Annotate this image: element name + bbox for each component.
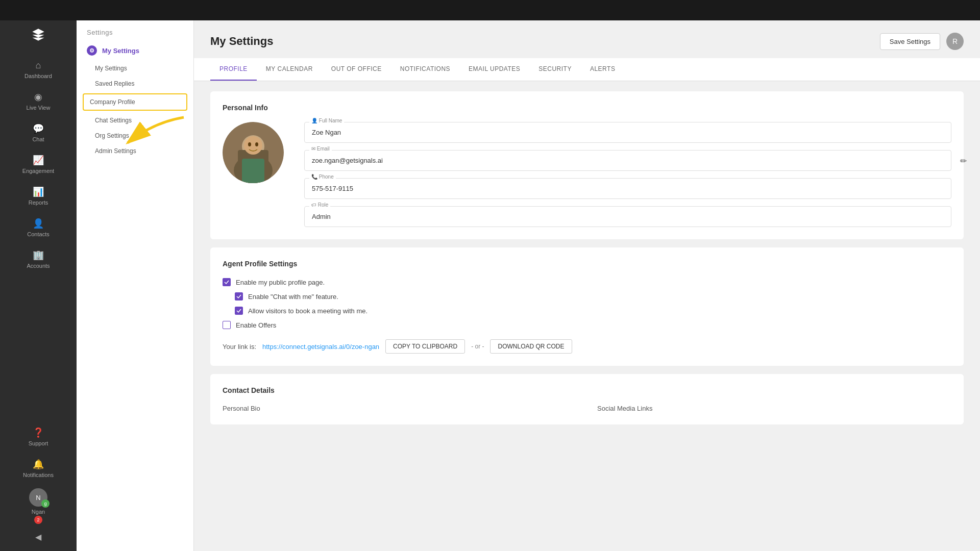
tab-my-calendar[interactable]: MY CALENDAR [257,58,322,81]
phone-label: 📞 Phone [309,174,336,180]
svg-rect-8 [242,159,264,183]
separator-text: - or - [471,343,484,350]
tab-security[interactable]: SECURITY [529,58,581,81]
checkbox-row-public-profile: Enable my public profile page. [223,278,951,286]
role-label: 🏷 Role [309,202,330,208]
full-name-input[interactable] [304,122,951,143]
contact-details-layout: Personal Bio Social Media Links [223,405,951,412]
sidebar-item-live-view[interactable]: ◉ Live View [0,85,77,117]
sidebar-item-engagement[interactable]: 📈 Engagement [0,148,77,180]
tabs-bar: PROFILE MY CALENDAR OUT OF OFFICE NOTIFI… [194,58,980,81]
settings-sub-chat-settings[interactable]: Chat Settings [77,113,193,128]
download-qr-code-button[interactable]: DOWNLOAD QR CODE [490,339,572,354]
phone-group: 📞 Phone [304,178,951,199]
user-avatar-area[interactable]: N g Ngan 2 [0,484,77,528]
personal-info-layout: 👤 Full Name ✉ Email ✏ 📞 [223,122,951,227]
contact-details-title: Contact Details [223,386,951,394]
sidebar-item-support[interactable]: ❓ Support [0,421,77,453]
personal-info-title: Personal Info [223,104,951,112]
checkbox-row-chat-with-me: Enable "Chat with me" feature. [235,292,951,300]
sidebar-item-reports[interactable]: 📊 Reports [0,180,77,212]
role-input[interactable] [304,206,951,227]
svg-point-5 [244,136,262,155]
main-content: My Settings Save Settings R PROFILE MY C… [194,20,980,551]
tab-alerts[interactable]: ALERTS [581,58,624,81]
link-row: Your link is: https://connect.getsignals… [223,339,951,354]
profile-link-url: https://connect.getsignals.ai/0/zoe-ngan [262,343,379,350]
sidebar-item-accounts[interactable]: 🏢 Accounts [0,243,77,275]
social-media-label: Social Media Links [597,405,951,412]
g-badge: g [41,499,50,508]
email-label: ✉ Email [309,146,332,152]
agent-profile-settings-title: Agent Profile Settings [223,260,951,268]
page-header: My Settings Save Settings R [210,33,964,50]
tab-notifications[interactable]: NOTIFICATIONS [391,58,459,81]
accounts-icon: 🏢 [33,249,44,261]
tab-out-of-office[interactable]: OUT OF OFFICE [322,58,391,81]
sidebar-item-notifications[interactable]: 🔔 Notifications [0,453,77,484]
tab-email-updates[interactable]: EMAIL UPDATES [459,58,529,81]
avatar-upload[interactable] [223,122,284,183]
company-profile-highlight-box: Company Profile [83,93,187,111]
bell-icon: 🔔 [33,459,44,470]
nav-bottom: ❓ Support 🔔 Notifications N g Ngan 2 ◀ [0,421,77,551]
form-fields: 👤 Full Name ✉ Email ✏ 📞 [304,122,951,227]
social-media-col: Social Media Links [597,405,951,412]
checkbox-row-book-meeting: Allow visitors to book a meeting with me… [235,307,951,315]
engagement-icon: 📈 [33,155,44,166]
save-settings-button[interactable]: Save Settings [880,33,940,50]
role-group: 🏷 Role [304,206,951,227]
sidebar-item-dashboard[interactable]: ⌂ Dashboard [0,54,77,85]
settings-sub-org-settings[interactable]: Org Settings [77,128,193,143]
top-bar [0,0,980,20]
settings-sub-admin-settings[interactable]: Admin Settings [77,143,193,159]
settings-sub-saved-replies[interactable]: Saved Replies [77,76,193,91]
collapse-nav-button[interactable]: ◀ [31,528,45,546]
role-icon: 🏷 [311,202,316,208]
email-icon: ✉ [311,146,315,152]
page-title: My Settings [210,35,273,48]
copy-to-clipboard-button[interactable]: COPY TO CLIPBOARD [385,339,465,354]
chat-icon: 💬 [33,123,44,134]
email-group: ✉ Email ✏ [304,150,951,171]
person-icon: 👤 [311,118,317,123]
support-icon: ❓ [33,427,44,438]
svg-point-6 [248,142,251,146]
personal-bio-label: Personal Bio [223,405,577,412]
checkbox-chat-with-me[interactable] [235,292,243,300]
checkbox-public-profile[interactable] [223,278,231,286]
contacts-icon: 👤 [33,218,44,229]
checkbox-enable-offers[interactable] [223,321,231,329]
personal-bio-col: Personal Bio [223,405,577,412]
reports-icon: 📊 [33,186,44,197]
contact-details-card: Contact Details Personal Bio Social Medi… [210,374,964,424]
svg-point-7 [255,142,258,146]
full-name-group: 👤 Full Name [304,122,951,143]
left-nav: ⌂ Dashboard ◉ Live View 💬 Chat 📈 Engagem… [0,0,77,551]
full-name-label: 👤 Full Name [309,118,344,123]
edit-email-button[interactable]: ✏ [960,156,967,165]
tab-profile[interactable]: PROFILE [210,58,257,81]
checkbox-row-enable-offers: Enable Offers [223,321,951,329]
settings-sidebar-title: Settings [77,20,193,40]
settings-sub-my-settings[interactable]: My Settings [77,61,193,76]
sidebar-item-chat[interactable]: 💬 Chat [0,117,77,148]
checkbox-book-meeting[interactable] [235,307,243,315]
avatar: N g [29,488,47,507]
settings-menu-my-settings-header[interactable]: ⚙ My Settings [77,40,193,61]
settings-sub-company-profile[interactable]: Company Profile [84,94,186,110]
app-logo[interactable] [29,26,47,44]
phone-icon: 📞 [311,174,317,180]
settings-sidebar: Settings ⚙ My Settings My Settings Saved… [77,20,194,551]
live-view-icon: ◉ [34,91,42,103]
sidebar-item-contacts[interactable]: 👤 Contacts [0,212,77,243]
personal-info-card: Personal Info [210,91,964,239]
phone-input[interactable] [304,178,951,199]
notification-count-badge: 2 [34,516,42,524]
user-icon-button[interactable]: R [946,33,964,50]
settings-gear-icon: ⚙ [87,45,97,56]
email-input[interactable] [304,150,951,171]
agent-profile-settings-card: Agent Profile Settings Enable my public … [210,247,964,366]
checkbox-group: Enable my public profile page. Enable "C… [223,278,951,329]
dashboard-icon: ⌂ [36,60,41,71]
